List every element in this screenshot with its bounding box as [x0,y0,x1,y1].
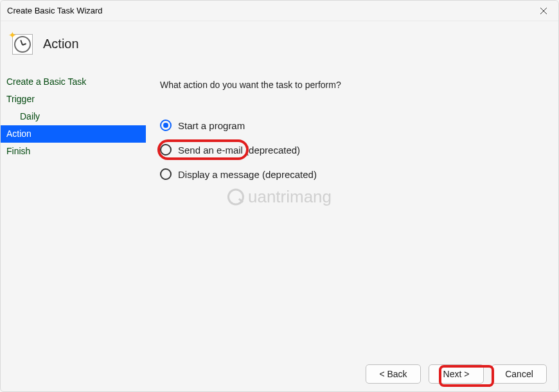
radio-icon [160,144,172,156]
close-button[interactable] [529,1,558,21]
close-icon [540,8,547,14]
scheduler-icon: ✦ [12,34,33,55]
prompt-text: What action do you want the task to perf… [157,80,547,90]
cancel-button[interactable]: Cancel [492,364,547,384]
back-button[interactable]: < Back [366,364,421,384]
option-label: Display a message (deprecated) [178,169,317,180]
page-header: ✦ Action [1,21,558,69]
option-label: Start a program [178,120,245,131]
sidebar: Create a Basic Task Trigger Daily Action… [1,69,146,357]
action-options: Start a program Send an e-mail (deprecat… [157,117,547,183]
sidebar-item-trigger[interactable]: Trigger [1,91,146,108]
sidebar-item-finish[interactable]: Finish [1,143,146,160]
window-title: Create Basic Task Wizard [7,6,103,15]
titlebar: Create Basic Task Wizard [1,1,558,21]
content-pane: What action do you want the task to perf… [146,69,558,357]
next-button[interactable]: Next > [429,364,484,384]
option-display-message[interactable]: Display a message (deprecated) [160,166,547,183]
radio-icon [160,120,172,131]
option-start-program[interactable]: Start a program [160,117,547,134]
page-title: Action [43,37,79,51]
body: Create a Basic Task Trigger Daily Action… [1,69,558,357]
radio-icon [160,168,172,180]
option-send-email[interactable]: Send an e-mail (deprecated) [160,141,547,158]
sidebar-item-create-task[interactable]: Create a Basic Task [1,73,146,91]
sidebar-item-action[interactable]: Action [1,125,146,143]
footer: < Back Next > Cancel [1,357,558,391]
sidebar-item-daily[interactable]: Daily [1,108,146,125]
option-label: Send an e-mail (deprecated) [178,145,300,156]
